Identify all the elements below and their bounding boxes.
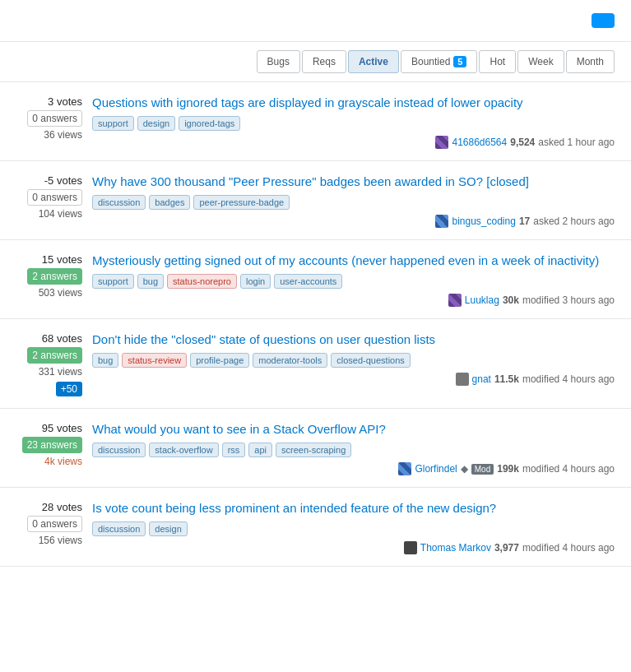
question-list: 3 votes0 answers36 viewsQuestions with i… xyxy=(0,82,631,567)
tag[interactable]: support xyxy=(92,116,134,131)
tag[interactable]: bug xyxy=(137,274,164,289)
answer-count: 0 answers xyxy=(27,189,82,206)
tag[interactable]: profile-page xyxy=(190,353,249,368)
question-title[interactable]: Why have 300 thousand "Peer Pressure" ba… xyxy=(92,173,615,190)
question-meta: 41686d65649,524asked 1 hour ago xyxy=(92,136,615,149)
question-stats: 68 votes2 answers331 views+50 xyxy=(16,331,82,396)
tag-list: discussionstack-overflowrssapiscreen-scr… xyxy=(92,443,615,457)
vote-count: 95 votes xyxy=(42,422,82,434)
username[interactable]: 41686d6564 xyxy=(452,137,507,148)
answer-count: 23 answers xyxy=(22,437,82,453)
view-count: 503 views xyxy=(39,287,82,299)
answer-count: 0 answers xyxy=(27,516,82,532)
tag[interactable]: discussion xyxy=(92,443,146,457)
tag[interactable]: support xyxy=(92,274,134,289)
question-meta: gnat11.5kmodified 4 hours ago xyxy=(92,373,615,386)
username[interactable]: gnat xyxy=(472,373,491,385)
tag[interactable]: peer-pressure-badge xyxy=(193,195,290,210)
vote-count: 68 votes xyxy=(42,332,82,345)
question-meta: bingus_coding17asked 2 hours ago xyxy=(92,215,615,228)
tag[interactable]: status-norepro xyxy=(167,274,237,289)
user-rep: 17 xyxy=(519,216,530,227)
question-item: 68 votes2 answers331 views+50Don't hide … xyxy=(0,319,631,409)
tag[interactable]: login xyxy=(240,274,271,289)
view-count: 156 views xyxy=(39,535,82,546)
question-body: Don't hide the "closed" state of questio… xyxy=(92,331,615,396)
tag-list: discussionbadgespeer-pressure-badge xyxy=(92,195,615,210)
tag-list: supportbugstatus-noreprologinuser-accoun… xyxy=(92,274,615,289)
tag-list: discussiondesign xyxy=(92,521,615,536)
tag[interactable]: bug xyxy=(92,353,118,368)
answer-count: 2 answers xyxy=(27,347,82,364)
user-rep: 199k xyxy=(497,463,519,475)
tag[interactable]: rss xyxy=(222,443,246,457)
diamond-icon: ◆ xyxy=(461,463,468,475)
action-label: asked 2 hours ago xyxy=(533,216,615,227)
tab-bugs[interactable]: Bugs xyxy=(257,50,300,73)
tab-month[interactable]: Month xyxy=(566,50,615,73)
tag[interactable]: user-accounts xyxy=(274,274,342,289)
tag[interactable]: moderator-tools xyxy=(253,353,327,368)
tag-list: supportdesignignored-tags xyxy=(92,116,615,131)
header: BugsReqsActiveBountied 5HotWeekMonth xyxy=(0,0,631,82)
tag[interactable]: discussion xyxy=(92,521,146,536)
question-body: What would you want to see in a Stack Ov… xyxy=(92,420,615,475)
tabs-bar: BugsReqsActiveBountied 5HotWeekMonth xyxy=(0,42,631,82)
tag[interactable]: status-review xyxy=(122,353,187,368)
question-body: Is vote count being less prominent an in… xyxy=(92,499,615,554)
mod-badge: Mod xyxy=(471,464,494,475)
tab-week[interactable]: Week xyxy=(517,50,564,73)
question-item: 28 votes0 answers156 viewsIs vote count … xyxy=(0,488,631,567)
avatar xyxy=(435,215,448,228)
question-title[interactable]: Questions with ignored tags are displaye… xyxy=(92,94,615,111)
tab-hot[interactable]: Hot xyxy=(479,50,516,73)
tab-active[interactable]: Active xyxy=(348,50,399,73)
tag[interactable]: ignored-tags xyxy=(179,116,240,131)
vote-count: -5 votes xyxy=(44,174,82,187)
question-item: -5 votes0 answers104 viewsWhy have 300 t… xyxy=(0,161,631,240)
tag[interactable]: screen-scraping xyxy=(276,443,351,457)
question-title[interactable]: What would you want to see in a Stack Ov… xyxy=(92,420,615,438)
action-label: modified 4 hours ago xyxy=(522,463,615,475)
avatar xyxy=(398,462,411,475)
tag-list: bugstatus-reviewprofile-pagemoderator-to… xyxy=(92,353,615,368)
question-item: 15 votes2 answers503 viewsMysteriously g… xyxy=(0,240,631,319)
tag[interactable]: stack-overflow xyxy=(149,443,218,457)
bounty-badge: +50 xyxy=(56,382,82,396)
tag[interactable]: closed-questions xyxy=(331,353,411,368)
view-count: 4k views xyxy=(44,456,82,467)
avatar xyxy=(404,541,417,554)
question-title[interactable]: Don't hide the "closed" state of questio… xyxy=(92,331,615,348)
bountied-badge-count: 5 xyxy=(453,56,466,67)
view-count: 36 views xyxy=(44,129,82,141)
username[interactable]: bingus_coding xyxy=(452,216,515,227)
username[interactable]: Luuklag xyxy=(465,294,499,306)
answer-count: 2 answers xyxy=(27,268,82,285)
view-count: 104 views xyxy=(39,208,82,220)
question-stats: 15 votes2 answers503 views xyxy=(16,252,82,307)
tag[interactable]: design xyxy=(137,116,175,131)
user-rep: 11.5k xyxy=(494,373,519,385)
user-rep: 9,524 xyxy=(510,137,535,148)
vote-count: 3 votes xyxy=(48,95,82,108)
question-meta: Luuklag30kmodified 3 hours ago xyxy=(92,294,615,307)
ask-question-button[interactable] xyxy=(592,13,615,28)
question-stats: 3 votes0 answers36 views xyxy=(16,94,82,149)
question-stats: -5 votes0 answers104 views xyxy=(16,173,82,228)
username[interactable]: Glorfindel xyxy=(415,463,457,475)
action-label: modified 3 hours ago xyxy=(522,294,615,306)
username[interactable]: Thomas Markov xyxy=(420,542,491,554)
avatar xyxy=(448,294,462,307)
tab-reqs[interactable]: Reqs xyxy=(302,50,346,73)
tag[interactable]: design xyxy=(149,521,187,536)
question-body: Mysteriously getting signed out of my ac… xyxy=(92,252,615,307)
question-title[interactable]: Mysteriously getting signed out of my ac… xyxy=(92,252,615,269)
tag[interactable]: api xyxy=(248,443,272,457)
avatar xyxy=(456,373,469,386)
question-meta: Thomas Markov3,977modified 4 hours ago xyxy=(92,541,615,554)
tab-bountied[interactable]: Bountied 5 xyxy=(401,50,478,73)
user-rep: 30k xyxy=(503,294,519,306)
tag[interactable]: badges xyxy=(149,195,190,210)
question-title[interactable]: Is vote count being less prominent an in… xyxy=(92,499,615,517)
tag[interactable]: discussion xyxy=(92,195,146,210)
